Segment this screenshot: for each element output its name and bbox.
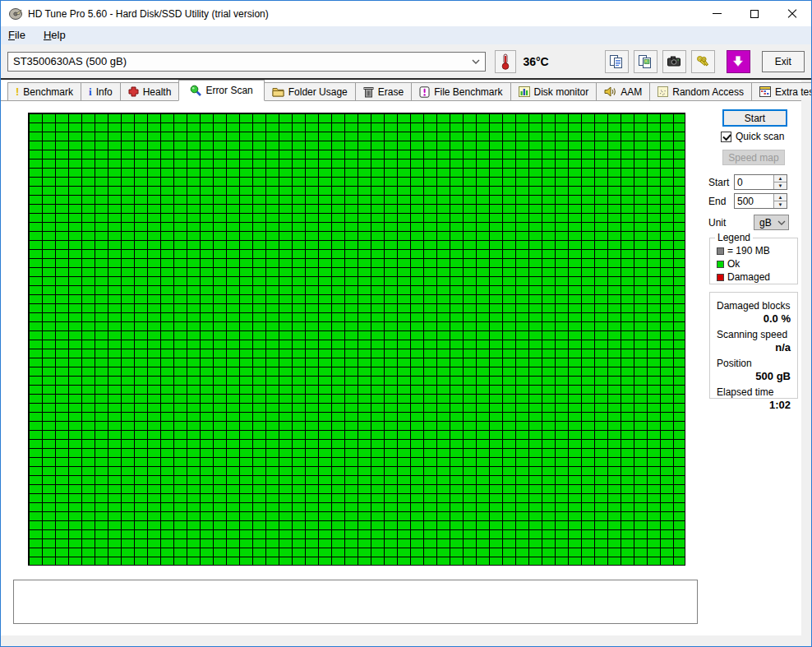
start-scan-label: Start (745, 113, 765, 124)
tab-extra-tests[interactable]: Extra tests (751, 82, 812, 100)
tab-label: File Benchmark (434, 86, 502, 98)
tab-folder-usage[interactable]: Folder Usage (264, 82, 356, 100)
block-swatch (717, 247, 724, 255)
download-arrow-icon (731, 55, 745, 68)
tab-label: Disk monitor (534, 86, 589, 98)
hard-disk-icon (8, 7, 23, 21)
tab-label: Health (143, 86, 172, 98)
info-icon: i (89, 86, 92, 97)
menu-file[interactable]: File (7, 27, 33, 44)
keys-icon (695, 54, 710, 69)
tab-erase[interactable]: Erase (355, 82, 412, 100)
quick-scan-checkbox[interactable] (721, 132, 731, 142)
temperature-button[interactable] (495, 50, 517, 73)
scan-stats-panel: Damaged blocks 0.0 % Scanning speed n/a … (709, 292, 798, 399)
end-range-input[interactable] (735, 194, 773, 208)
title-bar: HD Tune Pro 5.60 - Hard Disk/SSD Utility… (1, 1, 811, 26)
scanning-speed-value: n/a (717, 341, 791, 354)
unit-select[interactable]: gB (754, 215, 789, 230)
toolbar: ST3500630AS (500 gB) 36°C (1, 44, 811, 78)
folder-icon (272, 86, 284, 97)
tab-label: Benchmark (23, 86, 73, 98)
menu-help[interactable]: Help (43, 27, 73, 44)
end-range-label: End (708, 196, 734, 207)
table-icon (759, 86, 771, 97)
spin-down-icon[interactable]: ▼ (774, 201, 787, 208)
minimize-icon (713, 13, 722, 14)
start-scan-button[interactable]: Start (722, 109, 787, 127)
menu-bar: File Help (1, 26, 811, 44)
end-range-updown[interactable]: ▲▼ (773, 194, 787, 208)
screenshot-button[interactable] (662, 50, 686, 73)
legend-item-damaged: Damaged (717, 271, 797, 283)
tab-random-access[interactable]: Random Access (649, 82, 752, 100)
tab-disk-monitor[interactable]: Disk monitor (510, 82, 597, 100)
spin-up-icon[interactable]: ▲ (774, 175, 787, 183)
exit-button[interactable]: Exit (762, 51, 805, 72)
tab-aam[interactable]: AAM (596, 82, 650, 100)
unit-label: Unit (708, 217, 754, 229)
damaged-blocks-label: Damaged blocks (717, 300, 791, 312)
drive-select[interactable]: ST3500630AS (500 gB) (7, 52, 486, 72)
health-cross-icon (128, 86, 139, 97)
window-controls (698, 1, 811, 26)
legend-item-ok: Ok (717, 258, 797, 270)
tab-file-benchmark[interactable]: File Benchmark (411, 82, 510, 100)
start-range-input[interactable] (735, 175, 773, 189)
quick-scan-option[interactable]: Quick scan (721, 131, 784, 142)
start-range-updown[interactable]: ▲▼ (773, 175, 787, 189)
thermometer-icon (500, 53, 511, 70)
register-button[interactable] (691, 50, 715, 73)
scanning-speed-label: Scanning speed (717, 329, 791, 340)
tab-health[interactable]: Health (120, 82, 180, 100)
damaged-swatch (717, 274, 724, 281)
legend-label: Damaged (727, 271, 770, 283)
drive-select-value: ST3500630AS (500 gB) (13, 55, 472, 67)
maximize-button[interactable] (736, 1, 773, 26)
tab-label: Erase (378, 86, 404, 98)
legend-label: Ok (727, 258, 740, 270)
tab-error-scan[interactable]: Error Scan (178, 80, 264, 101)
window-title: HD Tune Pro 5.60 - Hard Disk/SSD Utility… (28, 8, 269, 20)
spin-up-icon[interactable]: ▲ (774, 194, 787, 201)
position-value: 500 gB (717, 370, 791, 382)
exclamation-magenta-icon (419, 86, 430, 98)
maximize-icon (750, 10, 759, 18)
error-scan-page: ! Benchmark i Info Health (1, 80, 801, 635)
legend-panel: Legend = 190 MB Ok Damaged (709, 238, 798, 284)
elapsed-time-label: Elapsed time (717, 386, 791, 398)
magnifier-icon (190, 85, 201, 96)
scan-grid (28, 113, 685, 566)
start-range-spinner[interactable]: ▲▼ (734, 174, 787, 190)
close-button[interactable] (773, 1, 811, 26)
damaged-blocks-textbox[interactable] (13, 580, 698, 624)
copy-image-button[interactable] (634, 50, 657, 73)
tab-benchmark[interactable]: ! Benchmark (7, 82, 81, 100)
speed-map-button[interactable]: Speed map (722, 150, 785, 165)
copy-image-icon (638, 54, 653, 69)
toolbar-buttons (605, 50, 755, 73)
temperature-value: 36°C (523, 55, 548, 68)
close-icon (787, 9, 797, 19)
tab-label: Error Scan (205, 85, 252, 96)
bar-chart-icon (519, 86, 530, 97)
end-range-spinner[interactable]: ▲▼ (734, 193, 787, 209)
tab-strip: ! Benchmark i Info Health (1, 80, 801, 101)
exit-label: Exit (775, 56, 791, 67)
unit-row: Unit gB (708, 215, 789, 230)
legend-label: = 190 MB (727, 245, 770, 256)
minimize-button[interactable] (698, 1, 736, 26)
legend-item-blocksize: = 190 MB (717, 245, 797, 256)
position-label: Position (717, 358, 791, 369)
tab-label: AAM (621, 86, 642, 98)
copy-text-icon (609, 54, 624, 69)
copy-text-button[interactable] (605, 50, 629, 73)
quick-scan-label: Quick scan (736, 131, 784, 142)
damaged-blocks-value: 0.0 % (717, 312, 791, 325)
spin-down-icon[interactable]: ▼ (774, 183, 787, 189)
download-button[interactable] (727, 50, 750, 73)
elapsed-time-value: 1:02 (717, 399, 791, 411)
speed-map-label: Speed map (728, 152, 778, 164)
tab-label: Extra tests (775, 86, 812, 98)
tab-info[interactable]: i Info (81, 82, 121, 100)
